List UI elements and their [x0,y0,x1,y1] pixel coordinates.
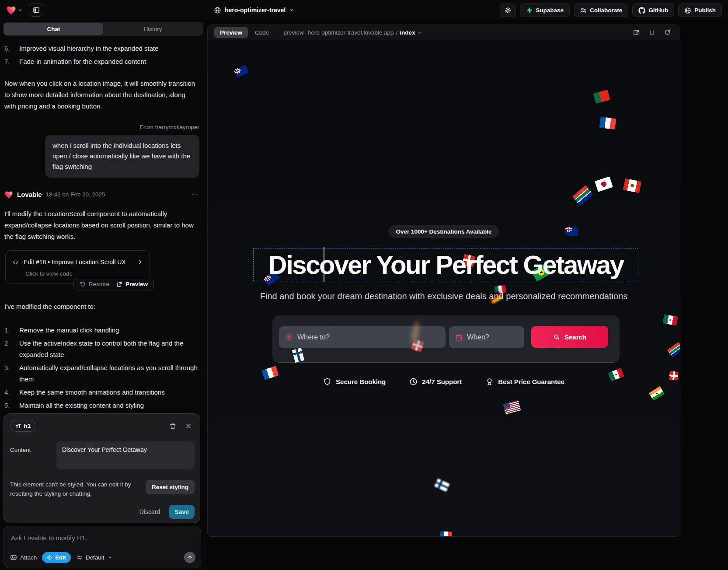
publish-globe-icon [684,7,691,14]
reset-styling-button[interactable]: Reset styling [146,480,195,494]
when-input[interactable]: When? [449,326,524,348]
sidebar-tabs: Chat History [3,22,203,36]
lovable-logo-heart-icon[interactable] [6,6,16,15]
assistant-timestamp: 18:42 on Feb 20, 2025 [46,189,105,200]
project-switcher[interactable]: hero-optimizer-travel [214,0,294,20]
edit-card-subtitle: Click to view code [25,270,143,278]
send-button[interactable] [184,552,195,563]
flag-australia [233,65,249,78]
edit-version-card[interactable]: Edit #18 • Improve Location Scroll UX Cl… [5,250,150,283]
chat-sidebar: Chat History 6.Improved visual hierarchy… [0,20,206,570]
styling-note: This element can't be styled. You can ed… [10,480,141,498]
preview-url[interactable]: preview--hero-optimizer-travel.lovable.a… [283,29,422,36]
sidebar-toggle-button[interactable] [29,3,43,17]
flag-south-africa [667,342,680,358]
external-link-icon [116,281,122,287]
attach-button[interactable]: Attach [10,554,37,561]
content-label: Content [10,441,50,469]
model-default-select[interactable]: Default [76,554,112,561]
logo-chevron-down-icon[interactable] [18,8,23,13]
save-button[interactable]: Save [169,505,195,519]
assistant-message-header: Lovable 18:42 on Feb 20, 2025 ··· [4,189,199,200]
message-menu-ellipsis-icon[interactable]: ··· [191,189,199,200]
assistant-list-bottom: 1.Remove the manual click handling 2.Use… [4,325,199,411]
collaborate-label: Collaborate [590,7,622,14]
clock-icon [409,378,418,386]
tab-chat[interactable]: Chat [4,23,103,35]
url-page: index [400,29,415,36]
list-item: 1.Remove the manual click handling [4,325,199,336]
discard-button[interactable]: Discard [132,505,167,519]
calendar-icon [455,334,463,341]
content-textarea[interactable]: Discover Your Perfect Getaway [56,441,195,469]
chat-scroll-area[interactable]: 6.Improved visual hierarchy in the expan… [0,36,206,411]
where-to-placeholder: Where to? [297,333,330,341]
assistant-paragraph: I've modified the component to: [4,301,199,312]
element-tag-name: h1 [24,423,31,429]
flag-canada [623,178,642,193]
text-caret [324,247,324,282]
refresh-icon[interactable] [664,29,671,35]
list-item: 3.Automatically expand/collapse location… [4,362,199,385]
globe-icon [214,7,221,14]
top-bar: hero-optimizer-travel Supabase Collabora… [0,0,728,20]
supabase-button[interactable]: Supabase [520,3,570,17]
target-icon [47,555,52,560]
flag-mexico [662,314,678,325]
edit-mode-button[interactable]: Edit [42,552,71,563]
map-pin-icon [285,333,293,341]
award-icon [485,378,494,386]
github-icon [638,7,645,14]
project-name: hero-optimizer-travel [225,7,286,14]
github-label: GitHub [648,7,668,14]
settings-button[interactable] [500,3,516,17]
gear-icon [504,7,512,14]
flag-usa [503,400,521,414]
chevron-right-icon [137,259,143,265]
tab-code[interactable]: Code [255,29,269,36]
assistant-list-top: 6.Improved visual hierarchy in the expan… [4,43,199,67]
flag-france [440,532,452,536]
where-to-input[interactable]: Where to? [279,326,446,348]
restore-button[interactable]: Restore [80,279,109,290]
flag-south-africa [572,185,594,206]
restore-preview-pill: Restore Preview [73,278,154,290]
preview-viewport[interactable]: Over 1000+ Destinations Available Discov… [208,40,680,536]
mobile-view-icon[interactable] [649,29,655,36]
collaborate-button[interactable]: Collaborate [574,3,628,17]
preview-panel: Preview Code preview--hero-optimizer-tra… [207,24,680,537]
trash-icon[interactable] [169,423,176,430]
open-external-icon[interactable] [633,29,640,36]
feature-list: Secure Booking 24/7 Support Best Price G… [208,378,680,386]
assistant-paragraph: Now when you click on a location image, … [4,78,197,112]
image-icon [10,554,17,561]
assistant-name: Lovable [17,189,42,200]
restore-icon [80,281,86,287]
close-icon[interactable] [185,423,192,430]
list-item: 5.Maintain all the existing content and … [4,400,199,411]
flag-finland [434,479,450,492]
chat-composer[interactable]: Ask Lovable to modify H1... Attach Edit … [3,526,201,568]
tab-preview[interactable]: Preview [214,27,248,38]
publish-button[interactable]: Publish [678,3,722,17]
preview-version-button[interactable]: Preview [116,279,148,290]
search-button[interactable]: Search [531,326,608,348]
hero-title[interactable]: Discover Your Perfect Getaway [253,248,638,281]
composer-input[interactable]: Ask Lovable to modify H1... [11,534,195,542]
tab-history[interactable]: History [103,23,202,35]
code-brackets-icon [12,259,19,266]
element-tag-pill[interactable]: TT h1 [10,420,36,432]
project-chevron-down-icon [289,7,294,13]
list-item: 4.Keep the same smooth animations and tr… [4,387,199,398]
flag-new-zealand [565,227,578,236]
user-message-bubble: when i scroll into the individual locati… [45,135,199,178]
flag-france [599,117,616,130]
assistant-paragraph: I'll modify the LocationScroll component… [4,208,199,242]
edit-card-title: Edit #18 • Improve Location Scroll UX [24,256,126,268]
url-host: preview--hero-optimizer-travel.lovable.a… [283,29,394,36]
chevron-down-icon [108,555,112,560]
destinations-badge: Over 1000+ Destinations Available [388,225,499,238]
feature-best-price: Best Price Guarantee [485,378,564,386]
arrow-up-icon [187,555,193,560]
github-button[interactable]: GitHub [632,3,674,17]
